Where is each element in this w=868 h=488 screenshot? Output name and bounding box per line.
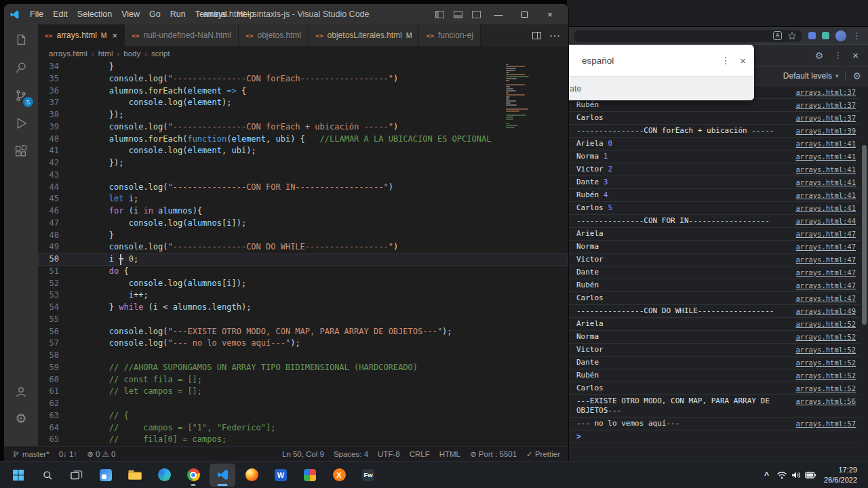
- menu-view[interactable]: View: [117, 7, 144, 22]
- code-line[interactable]: 38 });: [38, 109, 568, 121]
- line-number[interactable]: 34: [38, 61, 70, 73]
- console-levels-dropdown[interactable]: Default levels ▾: [783, 71, 839, 81]
- code-line[interactable]: 45 let i;: [38, 193, 568, 205]
- firefox-button[interactable]: [239, 464, 264, 487]
- line-number[interactable]: 64: [38, 422, 70, 434]
- file-explorer-button[interactable]: [122, 464, 148, 487]
- code-line[interactable]: 35 console.log("---------------CON forEa…: [38, 73, 568, 85]
- breadcrumb-item-body[interactable]: body: [123, 49, 140, 58]
- line-number[interactable]: 56: [38, 326, 70, 338]
- photos-button[interactable]: [297, 464, 323, 487]
- code-line[interactable]: 64 // campos = ["1", "Federico"];: [38, 422, 568, 434]
- settings-gear-icon[interactable]: ⚙: [15, 412, 26, 425]
- breadcrumb-item-html[interactable]: html: [98, 49, 113, 58]
- tab-funcion-ej[interactable]: <>funcion-ej: [419, 24, 480, 46]
- console-source-link[interactable]: arrays.html:52: [795, 371, 856, 380]
- line-number[interactable]: 49: [38, 241, 70, 253]
- code-line[interactable]: 50 i = 0;: [38, 253, 568, 266]
- devtools-close-icon[interactable]: ×: [852, 49, 859, 61]
- menu-run[interactable]: Run: [165, 7, 191, 22]
- line-number[interactable]: 47: [38, 218, 70, 230]
- line-number[interactable]: 48: [38, 230, 70, 242]
- console-source-link[interactable]: arrays.html:41: [795, 139, 856, 148]
- tab-objetosliterales-html[interactable]: <>objetosLiterales.htmlM: [309, 24, 419, 46]
- devtools-scrollbar[interactable]: [861, 133, 867, 458]
- source-control-icon[interactable]: 5: [14, 88, 28, 103]
- menu-selection[interactable]: Selection: [73, 7, 117, 22]
- more-actions-icon[interactable]: ⋯: [549, 29, 560, 42]
- line-number[interactable]: 36: [38, 85, 70, 98]
- close-button[interactable]: ×: [537, 4, 563, 24]
- extension-icon[interactable]: [822, 32, 829, 39]
- code-line[interactable]: 44 console.log("---------------CON FOR I…: [38, 182, 568, 194]
- console-source-link[interactable]: arrays.html:41: [795, 203, 856, 213]
- code-line[interactable]: 42 });: [38, 157, 568, 169]
- line-number[interactable]: 55: [38, 314, 70, 326]
- problems-item[interactable]: ⊗ 0 ⚠ 0: [87, 449, 115, 459]
- line-number[interactable]: 60: [38, 374, 70, 386]
- code-line[interactable]: 34 }: [38, 61, 568, 73]
- line-number[interactable]: 45: [38, 193, 70, 205]
- minimap[interactable]: [506, 63, 530, 129]
- code-line[interactable]: 62: [38, 398, 568, 410]
- editor[interactable]: 34 }35 console.log("---------------CON f…: [38, 61, 568, 446]
- code-line[interactable]: 52 console.log(alumnos[i]);: [38, 278, 568, 290]
- search-icon[interactable]: [14, 60, 28, 75]
- console-source-link[interactable]: arrays.html:47: [795, 242, 856, 251]
- line-number[interactable]: 35: [38, 73, 70, 85]
- console-source-link[interactable]: arrays.html:47: [795, 268, 856, 277]
- xampp-button[interactable]: X: [326, 464, 352, 487]
- prettier-item[interactable]: ✓ Prettier: [526, 449, 560, 459]
- console-source-link[interactable]: arrays.html:47: [795, 229, 856, 239]
- line-number[interactable]: 41: [38, 145, 70, 157]
- menu-help[interactable]: Help: [232, 7, 259, 22]
- line-number[interactable]: 53: [38, 289, 70, 302]
- accounts-icon[interactable]: [14, 384, 28, 399]
- line-number[interactable]: 57: [38, 338, 70, 350]
- menu-file[interactable]: File: [25, 7, 48, 22]
- code-line[interactable]: 60 // const fila = [];: [38, 374, 568, 386]
- code-line[interactable]: 37 console.log(element);: [38, 97, 568, 109]
- console-source-link[interactable]: arrays.html:52: [795, 345, 856, 354]
- console-source-link[interactable]: arrays.html:52: [795, 358, 856, 367]
- line-number[interactable]: 65: [38, 434, 70, 446]
- console-source-link[interactable]: arrays.html:41: [795, 165, 856, 174]
- extensions-icon[interactable]: [14, 144, 28, 159]
- translate-page-icon[interactable]: A: [773, 31, 782, 40]
- explorer-icon[interactable]: [14, 33, 28, 47]
- line-number[interactable]: 43: [38, 169, 70, 182]
- line-number[interactable]: 54: [38, 302, 70, 314]
- breadcrumb-item-script[interactable]: script: [151, 49, 170, 58]
- code-line[interactable]: 48 }: [38, 230, 568, 242]
- code-line[interactable]: 57 console.log("--- no lo vemos aquí---"…: [38, 338, 568, 350]
- console-prompt[interactable]: >: [567, 430, 860, 443]
- eol-item[interactable]: CRLF: [410, 449, 430, 459]
- profile-avatar[interactable]: [835, 30, 846, 41]
- word-button[interactable]: W: [268, 464, 294, 487]
- console-source-link[interactable]: arrays.html:47: [795, 293, 856, 303]
- code-line[interactable]: 65 // fila[0] = campos;: [38, 434, 568, 446]
- chrome-button[interactable]: [180, 464, 206, 487]
- code-line[interactable]: 39 console.log("---------------CON forEa…: [38, 121, 568, 134]
- vscode-button[interactable]: [210, 464, 235, 487]
- code-line[interactable]: 36 alumnos.forEach(element => {: [38, 85, 568, 98]
- code-line[interactable]: 59 // //AHORA SUPONGAMOS UN ARRAY TIPO B…: [38, 362, 568, 374]
- code-line[interactable]: 63 // {: [38, 410, 568, 422]
- menu-terminal[interactable]: Terminal: [191, 7, 232, 22]
- console-source-link[interactable]: arrays.html:37: [795, 100, 856, 110]
- console-source-link[interactable]: arrays.html:37: [795, 113, 856, 123]
- console-source-link[interactable]: arrays.html:41: [795, 152, 856, 161]
- code-line[interactable]: 43: [38, 169, 568, 182]
- console-source-link[interactable]: arrays.html:52: [795, 332, 856, 342]
- toggle-panel-icon[interactable]: [454, 11, 462, 18]
- line-number[interactable]: 46: [38, 205, 70, 218]
- console-source-link[interactable]: arrays.html:41: [795, 190, 856, 200]
- line-number[interactable]: 38: [38, 109, 70, 121]
- code-line[interactable]: 55: [38, 314, 568, 326]
- code-line[interactable]: 49 console.log("---------------CON DO WH…: [38, 241, 568, 253]
- run-debug-icon[interactable]: [14, 116, 28, 131]
- console-source-link[interactable]: arrays.html:39: [795, 126, 856, 136]
- tab-objetos-html[interactable]: <>objetos.html: [239, 24, 309, 46]
- translate-close-icon[interactable]: ×: [740, 55, 746, 66]
- browser-menu-icon[interactable]: ⋮: [852, 31, 861, 40]
